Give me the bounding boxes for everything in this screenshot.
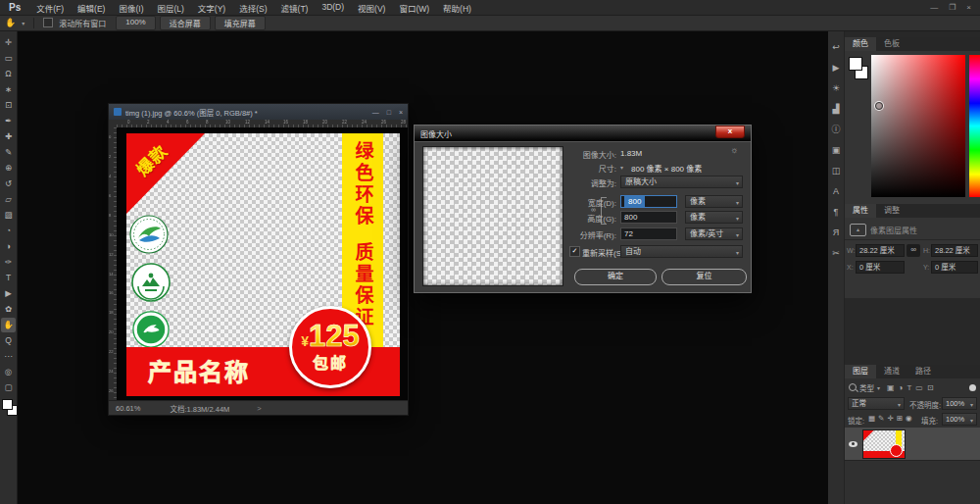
history-panel-icon[interactable]: ↩	[832, 38, 840, 59]
brush-tool[interactable]: ✎	[1, 145, 16, 160]
resolution-input[interactable]: 72	[620, 227, 677, 240]
link-icon[interactable]: ∞	[906, 244, 920, 257]
lock-position-icon[interactable]: ✛	[887, 414, 893, 423]
tab-paths[interactable]: 路径	[907, 365, 939, 378]
width-unit-select[interactable]: 像素 ▾	[685, 195, 743, 208]
healing-brush-tool[interactable]: ✚	[1, 129, 16, 144]
lock-image-pixels-icon[interactable]: ✎	[878, 414, 884, 423]
marquee-tool[interactable]: ▭	[1, 51, 16, 66]
actions-panel-icon[interactable]: ▶	[833, 59, 840, 79]
menu-item-2[interactable]: 图像(I)	[112, 2, 150, 14]
menu-item-6[interactable]: 滤镜(T)	[274, 2, 316, 14]
zoom-level[interactable]: 60.61%	[116, 404, 140, 413]
hue-slider[interactable]	[969, 55, 980, 197]
edit-toolbar-button[interactable]: ⋯	[1, 349, 16, 364]
menu-item-3[interactable]: 图层(L)	[150, 2, 190, 14]
resolution-unit-select[interactable]: 像素/英寸 ▾	[685, 227, 743, 240]
color-cursor[interactable]	[875, 102, 883, 110]
gradient-tool[interactable]: ▨	[1, 208, 16, 223]
doc-maximize-button[interactable]: □	[387, 109, 391, 116]
menu-item-7[interactable]: 3D(D)	[315, 2, 351, 14]
eyedropper-tool[interactable]: ✒	[1, 114, 16, 128]
crop-tool[interactable]: ⊡	[1, 98, 16, 113]
filter-pixel-layers-icon[interactable]: ▣	[887, 383, 895, 392]
menu-item-0[interactable]: 文件(F)	[29, 2, 71, 14]
lock-all-icon[interactable]: ◉	[906, 414, 912, 423]
document-canvas-area[interactable]: 绿色环保 质量保证 爆款	[117, 127, 408, 401]
adjustments-panel-icon[interactable]: ☀	[832, 79, 840, 100]
menu-item-4[interactable]: 文字(Y)	[191, 2, 232, 14]
move-tool[interactable]: ✛	[1, 35, 16, 50]
type-tool[interactable]: T	[1, 271, 16, 285]
saturation-brightness-field[interactable]	[871, 55, 965, 197]
tool-presets-panel-icon[interactable]: ✂	[832, 244, 840, 265]
layer-row[interactable]	[845, 428, 980, 461]
resample-checkbox[interactable]: ✓	[569, 246, 580, 257]
filter-type-layers-icon[interactable]: T	[906, 383, 911, 392]
blur-tool[interactable]: ◔	[1, 224, 16, 238]
quick-mask-button[interactable]: ◎	[1, 365, 16, 379]
paragraph-panel-icon[interactable]: ¶	[834, 203, 839, 224]
menu-item-10[interactable]: 帮助(H)	[436, 2, 478, 14]
filter-adjustment-layers-icon[interactable]: ◑	[899, 383, 904, 392]
tab-layers[interactable]: 图层	[845, 365, 876, 378]
lock-transparent-pixels-icon[interactable]: ▦	[868, 414, 875, 423]
clone-stamp-tool[interactable]: ⊕	[1, 161, 16, 176]
pen-tool[interactable]: ✑	[1, 255, 16, 270]
fill-screen-button[interactable]: 填充屏幕	[215, 16, 266, 30]
character-panel-icon[interactable]: A	[833, 182, 839, 203]
layer-thumbnail[interactable]	[862, 429, 906, 459]
histogram-panel-icon[interactable]: ▟	[833, 100, 840, 121]
x-position-field[interactable]: 0 厘米	[856, 261, 905, 274]
lock-artboard-icon[interactable]: ⊞	[897, 414, 903, 423]
tab-color[interactable]: 颜色	[845, 37, 876, 51]
opacity-select[interactable]: 100% ▾	[942, 397, 977, 410]
tab-properties[interactable]: 属性	[845, 204, 876, 218]
filter-smart-objects-icon[interactable]: ⊡	[927, 383, 934, 392]
chevron-down-icon[interactable]: ▾	[22, 20, 24, 26]
tab-swatches[interactable]: 色板	[876, 37, 907, 51]
fit-to-select[interactable]: 原稿大小 ▾	[620, 176, 743, 188]
app-minimize-button[interactable]: —	[930, 3, 938, 12]
shape-tool[interactable]: ✿	[1, 302, 16, 317]
height-unit-select[interactable]: 像素 ▾	[685, 211, 743, 224]
hand-tool[interactable]: ✋	[1, 318, 16, 332]
zoom-tool[interactable]: Q	[1, 333, 16, 348]
screen-mode-button[interactable]: ▢	[1, 380, 16, 395]
color-swatches[interactable]	[1, 399, 17, 417]
doc-height-field[interactable]: 28.22 厘米	[931, 244, 978, 257]
fill-select[interactable]: 100% ▾	[942, 413, 977, 426]
dodge-tool[interactable]: ◑	[1, 239, 16, 254]
resample-select[interactable]: 自动 ▾	[620, 245, 743, 258]
chevron-down-icon[interactable]: ▾	[620, 164, 623, 171]
app-restore-button[interactable]: ❐	[949, 3, 956, 12]
hand-tool-icon[interactable]: ✋	[5, 18, 16, 27]
glyphs-panel-icon[interactable]: Я	[833, 224, 840, 244]
ok-button[interactable]: 确定	[574, 269, 657, 285]
gear-icon[interactable]: ☼	[730, 145, 738, 155]
filter-toggle[interactable]	[969, 384, 976, 391]
tab-adjustments[interactable]: 调整	[876, 204, 907, 218]
app-close-button[interactable]: ×	[966, 3, 971, 12]
doc-width-field[interactable]: 28.22 厘米	[856, 244, 905, 257]
device-preview-panel-icon[interactable]: ◫	[832, 162, 841, 182]
zoom-100-button[interactable]: 100%	[116, 16, 155, 30]
menu-item-8[interactable]: 视图(V)	[351, 2, 392, 14]
dialog-titlebar[interactable]: 图像大小 x	[415, 126, 751, 141]
path-selection-tool[interactable]: ▶	[1, 286, 16, 301]
info-panel-icon[interactable]: ⓘ	[831, 121, 840, 141]
chevron-down-icon[interactable]: ▾	[877, 384, 880, 391]
height-input[interactable]: 800	[620, 211, 677, 224]
close-icon[interactable]: x	[715, 126, 745, 138]
status-options-icon[interactable]: >	[257, 404, 261, 413]
reset-button[interactable]: 复位	[662, 269, 747, 285]
fit-screen-button[interactable]: 适合屏幕	[160, 16, 211, 30]
tab-channels[interactable]: 通道	[876, 365, 907, 378]
y-position-field[interactable]: 0 厘米	[931, 261, 978, 274]
blend-mode-select[interactable]: 正常 ▾	[848, 397, 905, 410]
scroll-all-windows-checkbox[interactable]	[43, 18, 53, 27]
document-titlebar[interactable]: timg (1).jpg @ 60.6% (图层 0, RGB/8#) * —□…	[109, 104, 408, 120]
menu-item-9[interactable]: 窗口(W)	[392, 2, 436, 14]
panel-foreground-swatch[interactable]	[849, 57, 862, 71]
foreground-color-swatch[interactable]	[2, 399, 13, 410]
